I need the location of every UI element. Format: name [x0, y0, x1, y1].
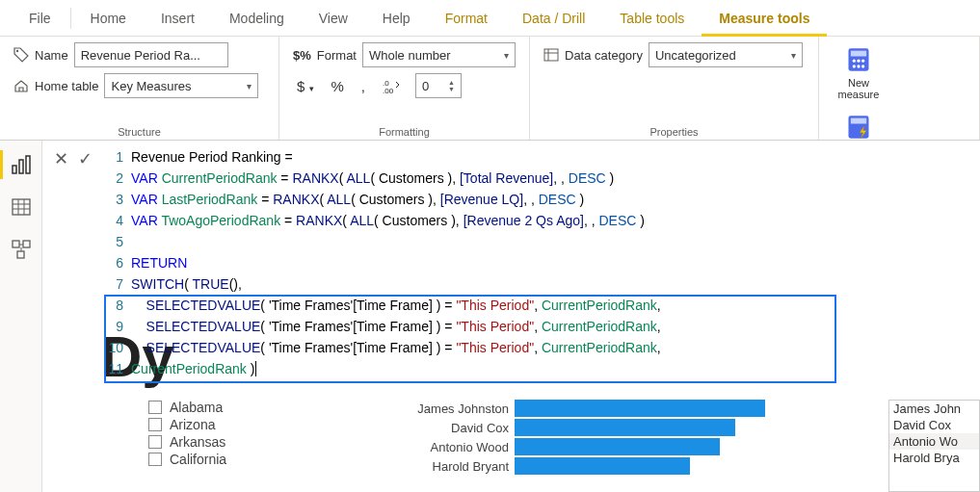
menu-table-tools[interactable]: Table tools [602, 0, 702, 37]
editor-line[interactable]: 7SWITCH( TRUE(), [106, 273, 848, 295]
spinner-down-icon[interactable]: ▼ [448, 86, 455, 92]
code-content[interactable]: VAR CurrentPeriodRank = RANKX( ALL( Cust… [131, 168, 614, 189]
line-number: 6 [106, 252, 131, 273]
customer-ranking-table[interactable]: James JohnDavid CoxAntonio WoHarold Brya [888, 400, 980, 492]
svg-point-10 [861, 60, 864, 63]
editor-line[interactable]: 8 SELECTEDVALUE( 'Time Frames'[Time Fram… [106, 295, 848, 316]
home-table-label-text: Home table [35, 79, 98, 93]
formula-bar: ✕ ✓ 1Revenue Period Ranking =2VAR Curren… [42, 141, 980, 379]
editor-line[interactable]: 1Revenue Period Ranking = [106, 146, 848, 168]
group-label-properties: Properties [543, 124, 805, 138]
editor-line[interactable]: 11CurrentPeriodRank ) [106, 358, 848, 379]
checkbox-icon[interactable] [148, 418, 162, 431]
report-view-button[interactable] [11, 154, 32, 175]
cancel-formula-button[interactable]: ✕ [54, 148, 68, 169]
line-number: 3 [106, 189, 131, 210]
format-select[interactable]: Whole number [362, 42, 516, 67]
home-table-value: Key Measures [111, 79, 191, 93]
line-number: 5 [106, 231, 131, 252]
slicer-item[interactable]: California [148, 452, 389, 467]
menu-measure-tools[interactable]: Measure tools [702, 0, 827, 37]
bar-row[interactable]: David Cox [389, 419, 888, 436]
svg-rect-24 [13, 241, 19, 247]
code-content[interactable]: VAR TwoAgoPeriodRank = RANKX( ALL( Custo… [131, 210, 645, 231]
data-category-value: Uncategorized [655, 48, 736, 63]
measure-name-input[interactable]: Revenue Period Ra... [74, 42, 228, 67]
text-caret [255, 361, 256, 376]
menu-format[interactable]: Format [428, 0, 505, 37]
new-measure-button[interactable]: New measure [833, 46, 885, 100]
editor-line[interactable]: 2VAR CurrentPeriodRank = RANKX( ALL( Cus… [106, 168, 848, 189]
menu-file[interactable]: File [12, 0, 68, 37]
menu-view[interactable]: View [302, 0, 365, 37]
state-slicer[interactable]: AlabamaArizonaArkansasCalifornia [148, 400, 389, 492]
dax-editor[interactable]: 1Revenue Period Ranking =2VAR CurrentPer… [106, 146, 848, 379]
editor-line[interactable]: 6RETURN [106, 252, 848, 273]
commit-formula-button[interactable]: ✓ [78, 148, 93, 169]
slicer-item[interactable]: Arkansas [148, 434, 389, 450]
decimal-places-icon: .0.00 [379, 76, 406, 95]
line-number: 4 [106, 210, 131, 231]
line-number: 11 [106, 358, 131, 379]
home-table-select[interactable]: Key Measures [104, 73, 258, 98]
code-content[interactable]: RETURN [131, 252, 187, 273]
slicer-item-label: California [170, 452, 226, 467]
slicer-item-label: Alabama [170, 400, 223, 415]
code-content[interactable]: SELECTEDVALUE( 'Time Frames'[Time Frame]… [131, 316, 661, 337]
code-content[interactable]: CurrentPeriodRank ) [131, 358, 256, 379]
model-icon [11, 239, 32, 260]
editor-line[interactable]: 9 SELECTEDVALUE( 'Time Frames'[Time Fram… [106, 316, 848, 337]
table-row[interactable]: David Cox [889, 417, 979, 433]
checkbox-icon[interactable] [148, 401, 162, 414]
table-row[interactable]: James John [889, 401, 979, 417]
menu-insert[interactable]: Insert [144, 0, 212, 37]
group-label-structure: Structure [13, 124, 265, 138]
code-content[interactable]: SELECTEDVALUE( 'Time Frames'[Time Frame]… [131, 337, 661, 358]
currency-button[interactable]: $ [293, 76, 318, 96]
table-row[interactable]: Antonio Wo [889, 433, 979, 450]
data-view-button[interactable] [11, 196, 32, 218]
code-content[interactable]: VAR LastPeriodRank = RANKX( ALL( Custome… [131, 189, 584, 210]
svg-rect-15 [851, 118, 866, 124]
ribbon-group-structure: Name Revenue Period Ra... Home table Key… [0, 37, 279, 140]
menu-help[interactable]: Help [365, 0, 428, 37]
slicer-item-label: Arkansas [170, 434, 225, 450]
bar-label: James Johnston [389, 401, 515, 416]
decimal-places-input[interactable]: 0 ▲ ▼ [415, 73, 462, 98]
line-number: 1 [106, 146, 131, 168]
checkbox-icon[interactable] [148, 453, 162, 466]
bar-row[interactable]: Harold Bryant [389, 457, 888, 475]
slicer-item[interactable]: Alabama [148, 400, 389, 415]
menu-separator [70, 8, 71, 29]
thousands-separator-button[interactable]: , [358, 76, 369, 96]
editor-line[interactable]: 3VAR LastPeriodRank = RANKX( ALL( Custom… [106, 189, 848, 210]
data-category-label: Data category [543, 47, 643, 63]
customer-bar-chart[interactable]: James JohnstonDavid CoxAntonio WoodHarol… [389, 400, 888, 492]
slicer-item[interactable]: Arizona [148, 417, 389, 432]
canvas-visuals-peek: AlabamaArizonaArkansasCalifornia James J… [148, 400, 980, 492]
bar-row[interactable]: Antonio Wood [389, 438, 888, 455]
editor-line[interactable]: 4VAR TwoAgoPeriodRank = RANKX( ALL( Cust… [106, 210, 848, 231]
svg-point-11 [853, 65, 856, 67]
bar-row[interactable]: James Johnston [389, 400, 888, 417]
ribbon-group-properties: Data category Uncategorized Properties [530, 37, 819, 140]
editor-line[interactable]: 5 [106, 231, 848, 252]
menu-data-drill[interactable]: Data / Drill [505, 0, 602, 37]
code-content[interactable]: SWITCH( TRUE(), [131, 273, 242, 295]
menu-modeling[interactable]: Modeling [212, 0, 302, 37]
table-row[interactable]: Harold Brya [889, 450, 979, 466]
line-number: 9 [106, 316, 131, 337]
model-view-button[interactable] [11, 239, 32, 260]
checkbox-icon[interactable] [148, 435, 162, 449]
chevron-down-icon [504, 50, 509, 61]
editor-line[interactable]: 10 SELECTEDVALUE( 'Time Frames'[Time Fra… [106, 337, 848, 358]
percent-button[interactable]: % [328, 76, 348, 96]
menu-home[interactable]: Home [73, 0, 144, 37]
format-value: Whole number [369, 48, 451, 63]
svg-rect-19 [13, 199, 30, 215]
code-content[interactable]: Revenue Period Ranking = [131, 146, 293, 168]
spinner-up-icon[interactable]: ▲ [448, 79, 455, 86]
code-content[interactable]: SELECTEDVALUE( 'Time Frames'[Time Frame]… [131, 295, 661, 316]
slicer-item-label: Arizona [170, 417, 215, 432]
data-category-select[interactable]: Uncategorized [649, 42, 803, 67]
